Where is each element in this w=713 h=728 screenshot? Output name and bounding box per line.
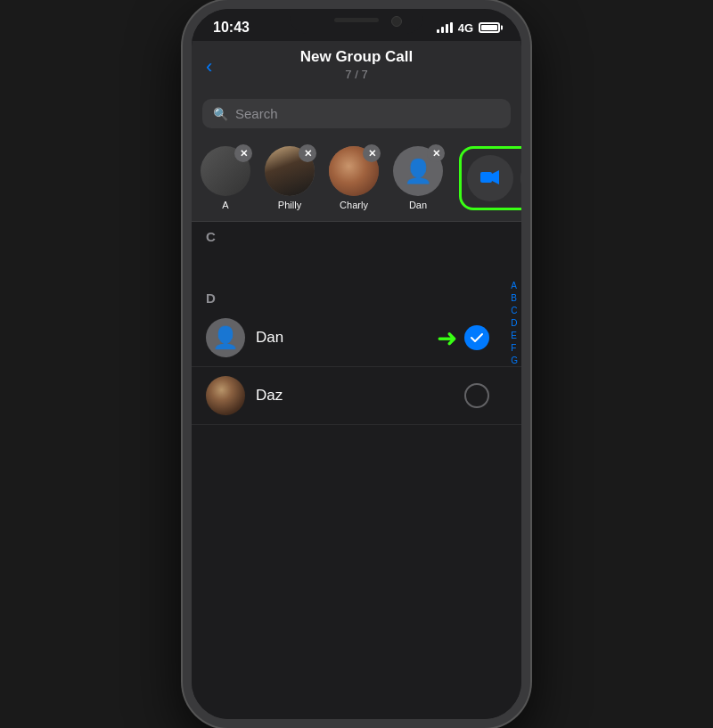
contact-label-a: A [222, 200, 228, 210]
remove-philly-button[interactable]: ✕ [299, 144, 316, 162]
index-letter-c[interactable]: C [511, 306, 518, 316]
index-sidebar: A B C D E F G [507, 222, 521, 425]
notch [290, 9, 423, 34]
daz-uncheck-circle[interactable] [464, 383, 489, 408]
contact-row-dan[interactable]: 👤 Dan ➜ [192, 309, 521, 367]
signal-bar-1 [437, 29, 439, 33]
contact-name-daz: Daz [256, 387, 464, 405]
call-buttons-group [459, 146, 521, 210]
back-button[interactable]: ‹ [206, 55, 212, 78]
search-box[interactable]: 🔍 Search [202, 99, 511, 128]
notch-camera [391, 16, 402, 27]
green-arrow-icon: ➜ [437, 323, 457, 353]
signal-bar-2 [441, 27, 444, 33]
remove-charly-button[interactable]: ✕ [363, 144, 381, 162]
index-letter-e[interactable]: E [511, 331, 518, 341]
signal-bar-4 [450, 22, 453, 33]
svg-rect-0 [480, 172, 492, 183]
page-subtitle: 7 / 7 [206, 68, 507, 81]
status-right: 4G [437, 21, 500, 35]
page-title: New Group Call [206, 48, 507, 66]
signal-bar-3 [446, 24, 448, 33]
selected-contact-charly[interactable]: ✕ Charly [327, 146, 381, 210]
avatar-wrapper-philly: ✕ [265, 146, 315, 196]
battery-icon [479, 22, 500, 33]
index-letter-b[interactable]: B [511, 293, 518, 304]
contact-list: C D 👤 Dan ➜ [192, 222, 521, 425]
nav-header: ‹ New Group Call 7 / 7 [192, 41, 521, 92]
avatar-wrapper-charly: ✕ [329, 146, 379, 196]
phone-frame: 10:43 4G ‹ New Group Call 7 / 7 [183, 0, 530, 728]
selected-contact-a[interactable]: ✕ A [199, 146, 252, 210]
selected-contact-philly[interactable]: ✕ Philly [263, 146, 316, 210]
video-call-button[interactable] [467, 155, 513, 201]
index-letter-d[interactable]: D [511, 318, 518, 329]
network-label: 4G [458, 21, 473, 35]
screen: 10:43 4G ‹ New Group Call 7 / 7 [192, 9, 521, 719]
avatar-daz-list [206, 376, 245, 415]
avatar-wrapper-dan: 👤 ✕ [393, 146, 443, 196]
search-container: 🔍 Search [192, 92, 521, 139]
section-header-c: C [192, 222, 521, 248]
section-c-empty [192, 248, 521, 283]
search-icon: 🔍 [213, 107, 228, 121]
index-letter-f[interactable]: F [511, 343, 518, 354]
contact-label-dan: Dan [409, 200, 427, 210]
avatar-wrapper-a: ✕ [201, 146, 250, 196]
status-time: 10:43 [213, 20, 250, 36]
avatar-dan-list: 👤 [206, 318, 245, 357]
contact-row-daz[interactable]: Daz [192, 367, 521, 425]
video-camera-icon [480, 168, 500, 189]
battery-fill [481, 25, 497, 30]
remove-dan-button[interactable]: ✕ [427, 144, 445, 162]
remove-a-button[interactable]: ✕ [234, 144, 252, 162]
section-header-d: D [192, 283, 521, 309]
search-input[interactable]: Search [235, 106, 278, 121]
contact-label-charly: Charly [340, 200, 368, 210]
signal-bars-icon [437, 22, 453, 33]
selected-contact-dan[interactable]: 👤 ✕ Dan [391, 146, 445, 210]
contact-label-philly: Philly [278, 200, 301, 210]
index-letter-a[interactable]: A [511, 281, 518, 291]
selected-contacts-strip: ✕ A ✕ Philly [192, 139, 521, 222]
notch-speaker [334, 18, 379, 22]
audio-call-button[interactable] [520, 155, 521, 201]
index-letter-g[interactable]: G [511, 356, 518, 366]
dan-check-badge[interactable] [464, 325, 489, 350]
contact-name-dan: Dan [256, 329, 437, 347]
svg-marker-1 [492, 170, 499, 184]
